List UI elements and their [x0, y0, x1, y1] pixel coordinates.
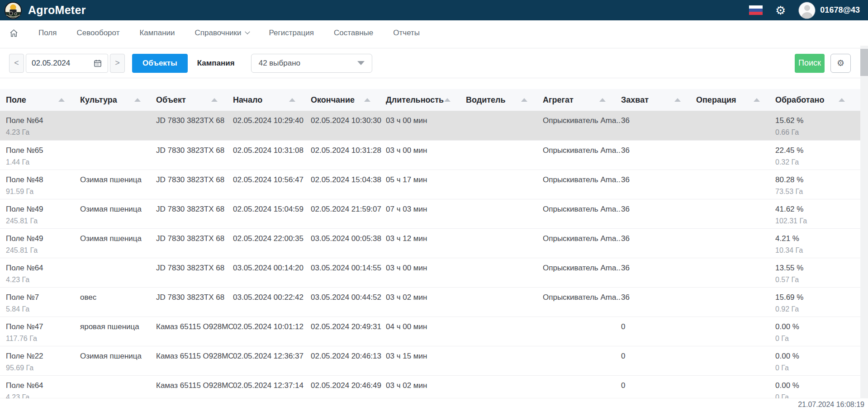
cell-processed_pct: 13.55 %0.57 Га — [775, 258, 860, 287]
cell-start: 03.05.2024 00:22:42 — [233, 287, 311, 317]
column-label: Водитель — [466, 95, 506, 105]
cell-value: 36 — [621, 116, 693, 125]
campaign-tab-button[interactable]: Кампания — [188, 54, 244, 73]
cell-capture: 36 — [621, 140, 696, 170]
cell-operation — [696, 258, 775, 287]
cell-processed_pct: 0.00 %0 Га — [775, 317, 860, 346]
nav-item-registration[interactable]: Регистрация — [269, 28, 314, 38]
cell-value: JD 7830 3823TX 68 — [156, 175, 229, 184]
nav-item-label: Севооборот — [76, 28, 119, 38]
nav-item-reports[interactable]: Отчеты — [393, 28, 420, 38]
table-row[interactable]: Поле №651.44 ГаJD 7830 3823TX 6802.05.20… — [0, 140, 860, 170]
cell-value: овес — [80, 293, 152, 302]
column-header-aggregate[interactable]: Агрегат — [543, 89, 621, 111]
cell-subvalue: 1.44 Га — [6, 158, 76, 166]
cell-start: 02.05.2024 10:31:08 — [233, 140, 311, 170]
table-row[interactable]: Поле №49245.81 ГаОзимая пшеницаJD 7830 3… — [0, 199, 860, 228]
cell-value: 03 ч 00 мин — [386, 264, 462, 273]
cell-value: 0.00 % — [775, 381, 857, 390]
cell-value: яровая пшеница — [80, 322, 152, 331]
user-avatar-icon — [798, 2, 816, 19]
cell-object: JD 7830 3823TX 68 — [156, 258, 233, 287]
table-row[interactable]: Поле №644.23 ГаJD 7830 3823TX 6803.05.20… — [0, 258, 860, 287]
cell-driver — [466, 258, 543, 287]
cell-value: 02.05.2024 15:04:38 — [311, 175, 382, 184]
column-label: Поле — [6, 95, 26, 105]
cell-value: 03 ч 12 мин — [386, 234, 462, 243]
cell-value: 03 ч 00 мин — [386, 146, 462, 155]
nav-item-label: Кампании — [139, 28, 175, 38]
table-settings-button[interactable]: ⚙ — [830, 54, 851, 73]
table-row[interactable]: Поле №49245.81 ГаОзимая пшеницаJD 7830 3… — [0, 228, 860, 258]
column-header-capture[interactable]: Захват — [621, 89, 696, 111]
cell-value: 02.05.2024 10:31:08 — [233, 146, 307, 155]
date-prev-button[interactable]: < — [9, 54, 24, 73]
column-header-driver[interactable]: Водитель — [466, 89, 543, 111]
column-header-operation[interactable]: Операция — [696, 89, 775, 111]
cell-value: Опрыскиватель Ama... — [543, 146, 617, 155]
table-row[interactable]: Поле №4891.59 ГаОзимая пшеницаJD 7830 38… — [0, 170, 860, 199]
column-header-duration[interactable]: Длительность — [386, 89, 466, 111]
cell-value: 02.05.2024 12:36:37 — [233, 352, 307, 361]
cell-operation — [696, 228, 775, 258]
settings-gear-icon[interactable]: ⚙ — [775, 5, 786, 16]
nav-item-campaigns[interactable]: Кампании — [139, 28, 175, 38]
cell-field: Поле №47117.76 Га — [0, 317, 80, 346]
cell-culture — [80, 111, 156, 140]
column-header-end[interactable]: Окончание — [311, 89, 386, 111]
nav-item-fields[interactable]: Поля — [38, 28, 57, 38]
table-row[interactable]: Поле №47117.76 Гаяровая пшеницаКамаз 651… — [0, 317, 860, 346]
objects-select[interactable]: 42 выбрано — [251, 54, 372, 73]
cell-capture: 0 — [621, 346, 696, 375]
cell-value: 05 ч 17 мин — [386, 175, 462, 184]
cell-culture: Озимая пшеница — [80, 346, 156, 375]
date-input[interactable]: 02.05.2024 — [26, 54, 108, 73]
date-next-button[interactable]: > — [110, 54, 125, 73]
language-flag-icon[interactable] — [749, 5, 763, 15]
cell-value: Поле №65 — [6, 146, 76, 155]
cell-value: JD 7830 3823TX 68 — [156, 293, 229, 302]
nav-item-crop-rotation[interactable]: Севооборот — [76, 28, 119, 38]
column-header-culture[interactable]: Культура — [80, 89, 156, 111]
column-header-object[interactable]: Объект — [156, 89, 233, 111]
scrollbar-thumb[interactable] — [860, 49, 868, 76]
column-label: Начало — [233, 95, 262, 105]
table-row[interactable]: Поле №75.84 ГаовесJD 7830 3823TX 6803.05… — [0, 287, 860, 317]
column-label: Захват — [621, 95, 649, 105]
table-row[interactable]: Поле №2295.69 ГаОзимая пшеницаКамаз 6511… — [0, 346, 860, 375]
cell-value: Опрыскиватель Ama... — [543, 175, 617, 184]
cell-processed_pct: 15.62 %0.66 Га — [775, 111, 860, 140]
topbar: AgroMeter ⚙ 01678@43 — [0, 0, 868, 20]
cell-culture: овес — [80, 287, 156, 317]
cell-value: Поле №49 — [6, 234, 76, 243]
cell-end: 02.05.2024 10:31:28 — [311, 140, 386, 170]
cell-value: 13.55 % — [775, 264, 857, 273]
cell-start: 02.05.2024 15:04:59 — [233, 199, 311, 228]
nav-item-directories[interactable]: Справочники — [195, 28, 249, 38]
user-menu[interactable]: 01678@43 — [798, 2, 860, 19]
column-header-field[interactable]: Поле — [0, 89, 80, 111]
search-button[interactable]: Поиск — [795, 54, 825, 73]
objects-tab-button[interactable]: Объекты — [132, 54, 188, 73]
column-header-start[interactable]: Начало — [233, 89, 311, 111]
cell-value: Камаз 65115 О928МС... — [156, 381, 229, 390]
column-header-processed_pct[interactable]: Обработано — [775, 89, 860, 111]
column-label: Объект — [156, 95, 186, 105]
cell-operation — [696, 140, 775, 170]
home-icon[interactable] — [9, 28, 19, 38]
table-row[interactable]: Поле №644.23 ГаJD 7830 3823TX 6802.05.20… — [0, 111, 860, 140]
cell-value: Озимая пшеница — [80, 175, 152, 184]
column-label: Длительность — [386, 95, 444, 105]
cell-end: 03.05.2024 00:44:52 — [311, 287, 386, 317]
column-label: Культура — [80, 95, 117, 105]
cell-value: 03.05.2024 00:05:38 — [311, 234, 382, 243]
nav-item-composite[interactable]: Составные — [334, 28, 373, 38]
cell-subvalue: 73.53 Га — [775, 188, 857, 196]
app-title: AgroMeter — [28, 4, 86, 17]
filter-bar: < 02.05.2024 > Объекты Кампания 42 выбра… — [0, 48, 868, 78]
cell-value: 02.05.2024 20:46:13 — [311, 352, 382, 361]
cell-culture: Озимая пшеница — [80, 228, 156, 258]
sort-arrow-icon — [289, 98, 295, 102]
cell-duration: 04 ч 00 мин — [386, 317, 466, 346]
vertical-scrollbar[interactable] — [860, 46, 868, 398]
